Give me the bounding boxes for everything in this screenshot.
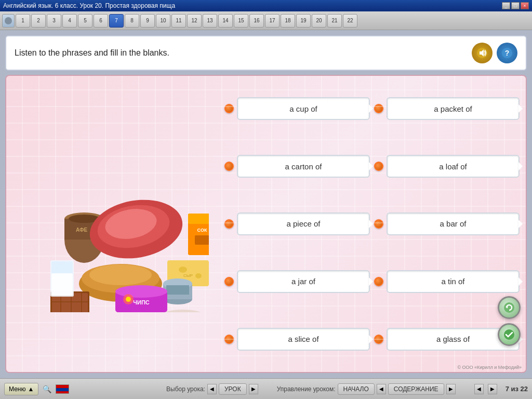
phrase-box-loaf[interactable]: a loaf of xyxy=(387,155,520,178)
lesson-prev-arrow[interactable]: ◀ xyxy=(207,384,217,394)
search-icon[interactable]: 🔍 xyxy=(43,385,51,393)
main-content: Listen to the phrases and fill in the bl… xyxy=(0,30,532,378)
lesson-btn-13[interactable]: 13 xyxy=(203,14,217,28)
page-prev-arrow[interactable]: ◀ xyxy=(474,384,484,394)
phrase-item-piece: a piece of xyxy=(224,197,370,251)
svg-point-30 xyxy=(115,285,167,298)
action-buttons xyxy=(498,296,521,346)
speaker-icon[interactable] xyxy=(472,43,493,63)
refresh-button[interactable] xyxy=(498,296,521,319)
help-icon[interactable]: ? xyxy=(497,43,517,63)
svg-point-18 xyxy=(179,267,187,273)
phrase-box-cup[interactable]: a cup of xyxy=(237,97,370,120)
lesson-next-arrow[interactable]: ▶ xyxy=(249,384,258,394)
food-illustration: АФЕ СОК СЫР xyxy=(6,76,224,372)
page-counter: 7 из 22 xyxy=(506,385,528,393)
instruction-text: Listen to the phrases and fill in the bl… xyxy=(15,48,169,58)
lesson-btn-9[interactable]: 9 xyxy=(140,14,155,28)
control-prev-arrow[interactable]: ◀ xyxy=(377,384,386,394)
svg-point-46 xyxy=(162,310,204,312)
control-label: Управление уроком: xyxy=(277,385,336,393)
content-panel: АФЕ СОК СЫР xyxy=(5,75,527,373)
phrase-box-packet[interactable]: a packet of xyxy=(387,97,520,120)
instruction-box: Listen to the phrases and fill in the bl… xyxy=(5,35,527,71)
menu-label: Меню xyxy=(9,385,25,393)
phrase-dot-bar xyxy=(374,219,383,229)
phrase-box-tin[interactable]: a tin of xyxy=(387,270,520,293)
phrase-dot-packet xyxy=(374,104,383,113)
minimize-button[interactable]: _ xyxy=(502,2,510,9)
lesson-btn-5[interactable]: 5 xyxy=(78,14,92,28)
phrase-box-carton[interactable]: a carton of xyxy=(237,155,370,178)
window-controls[interactable]: _ □ × xyxy=(502,2,529,9)
svg-text:АФЕ: АФЕ xyxy=(76,227,88,233)
phrase-dot-piece xyxy=(224,219,234,229)
instruction-icons: ? xyxy=(472,43,517,63)
phrase-dot-loaf xyxy=(374,162,383,171)
phrase-box-slice[interactable]: a slice of xyxy=(237,328,370,351)
flag-icon xyxy=(56,384,69,394)
lesson-btn-22[interactable]: 22 xyxy=(343,14,357,28)
menu-arrow: ▲ xyxy=(28,385,34,393)
window-title: Английский язык. 6 класс. Урок 20. Прост… xyxy=(3,2,175,9)
page-next-arrow[interactable]: ▶ xyxy=(488,384,497,394)
lesson-btn-19[interactable]: 19 xyxy=(296,14,311,28)
lesson-button[interactable]: УРОК xyxy=(219,383,247,395)
title-bar: Английский язык. 6 класс. Урок 20. Прост… xyxy=(0,0,532,11)
lesson-toolbar: 12345678910111213141516171819202122 xyxy=(0,11,532,30)
check-button[interactable] xyxy=(498,323,521,346)
start-button[interactable]: НАЧАЛО xyxy=(338,383,375,395)
statusbar: Меню ▲ 🔍 Выбор урока: ◀ УРОК ▶ Управлени… xyxy=(0,378,532,399)
lesson-btn-15[interactable]: 15 xyxy=(234,14,248,28)
svg-point-19 xyxy=(195,273,202,278)
phrase-box-jar[interactable]: a jar of xyxy=(237,270,370,293)
lesson-btn-12[interactable]: 12 xyxy=(187,14,202,28)
lesson-btn-21[interactable]: 21 xyxy=(327,14,342,28)
phrase-item-slice: a slice of xyxy=(224,312,370,366)
lesson-select-section: Выбор урока: ◀ УРОК ▶ xyxy=(166,383,258,395)
lesson-btn-18[interactable]: 18 xyxy=(281,14,295,28)
phrase-box-bar[interactable]: a bar of xyxy=(387,212,520,235)
svg-text:ЧИПС: ЧИПС xyxy=(133,299,150,305)
lesson-btn-10[interactable]: 10 xyxy=(156,14,170,28)
lesson-select-label: Выбор урока: xyxy=(166,385,205,393)
lesson-btn-20[interactable]: 20 xyxy=(312,14,326,28)
control-section: Управление уроком: НАЧАЛО ◀ СОДЕРЖАНИЕ ▶ xyxy=(277,383,456,395)
phrase-item-jar: a jar of xyxy=(224,255,370,308)
lesson-btn-3[interactable]: 3 xyxy=(47,14,61,28)
lesson-btn-16[interactable]: 16 xyxy=(249,14,264,28)
phrase-dot-tin xyxy=(374,277,383,286)
svg-point-52 xyxy=(504,302,514,313)
close-button[interactable]: × xyxy=(521,2,529,9)
phrase-dot-slice xyxy=(224,335,234,344)
svg-text:?: ? xyxy=(505,49,510,57)
phrase-item-packet: a packet of xyxy=(374,82,520,136)
phrase-dot-jar xyxy=(224,277,234,286)
svg-rect-14 xyxy=(188,214,209,224)
phrase-item-loaf: a loaf of xyxy=(374,140,520,193)
lesson-btn-2[interactable]: 2 xyxy=(31,14,46,28)
phrases-grid: a cup ofa packet ofa carton ofa loaf ofa… xyxy=(224,76,526,372)
phrase-item-cup: a cup of xyxy=(224,82,370,136)
control-next-arrow[interactable]: ▶ xyxy=(446,384,456,394)
phrase-box-piece[interactable]: a piece of xyxy=(237,212,370,235)
maximize-button[interactable]: □ xyxy=(511,2,520,9)
lesson-btn-4[interactable]: 4 xyxy=(62,14,77,28)
lesson-btn-1[interactable]: 1 xyxy=(16,14,30,28)
copyright-text: © ООО «Кирилл и Мефодий» xyxy=(457,365,522,370)
toolbar-icon-1[interactable] xyxy=(2,14,15,28)
lesson-btn-7[interactable]: 7 xyxy=(109,14,124,28)
lesson-btn-8[interactable]: 8 xyxy=(125,14,139,28)
content-button[interactable]: СОДЕРЖАНИЕ xyxy=(388,383,444,395)
svg-point-0 xyxy=(5,17,12,24)
menu-button[interactable]: Меню ▲ xyxy=(4,383,38,395)
svg-rect-16 xyxy=(195,235,209,245)
phrase-dot-glass xyxy=(374,335,383,344)
lesson-btn-6[interactable]: 6 xyxy=(94,14,108,28)
food-svg: АФЕ СОК СЫР xyxy=(22,136,209,312)
svg-rect-42 xyxy=(51,273,73,296)
lesson-btn-17[interactable]: 17 xyxy=(265,14,280,28)
lesson-btn-14[interactable]: 14 xyxy=(218,14,233,28)
lesson-btn-11[interactable]: 11 xyxy=(171,14,186,28)
svg-rect-27 xyxy=(166,285,189,295)
